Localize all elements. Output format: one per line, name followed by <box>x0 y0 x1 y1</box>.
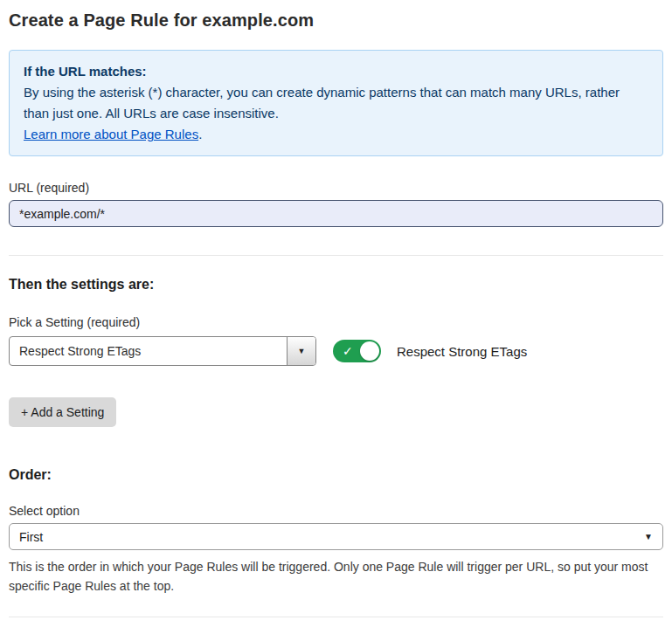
dropdown-arrow-icon: ▼ <box>298 347 306 355</box>
check-icon: ✓ <box>343 344 353 358</box>
order-select-label: Select option <box>9 504 663 518</box>
setting-select[interactable]: Respect Strong ETags ▼ <box>9 336 316 366</box>
url-field-label: URL (required) <box>9 181 663 195</box>
toggle-label: Respect Strong ETags <box>397 344 527 359</box>
order-help-text: This is the order in which your Page Rul… <box>9 557 660 596</box>
page-rule-form: Create a Page Rule for example.com If th… <box>0 0 672 627</box>
link-period: . <box>198 127 202 141</box>
setting-row: Respect Strong ETags ▼ ✓ Respect Strong … <box>9 336 663 366</box>
learn-more-link[interactable]: Learn more about Page Rules <box>24 127 198 141</box>
settings-section-heading: Then the settings are: <box>9 277 663 293</box>
setting-select-dropdown-button[interactable]: ▼ <box>287 337 315 365</box>
toggle-knob <box>360 341 379 361</box>
respect-strong-etags-toggle[interactable]: ✓ <box>333 340 381 362</box>
order-select[interactable]: First ▼ <box>9 523 663 550</box>
info-box-body: By using the asterisk (*) character, you… <box>24 82 648 124</box>
pick-setting-label: Pick a Setting (required) <box>9 315 663 329</box>
order-select-value: First <box>19 530 43 544</box>
url-input[interactable] <box>9 200 663 227</box>
url-match-info-box: If the URL matches: By using the asteris… <box>9 50 663 156</box>
add-setting-button[interactable]: + Add a Setting <box>9 397 116 427</box>
info-box-link-line: Learn more about Page Rules. <box>24 124 648 145</box>
order-section-heading: Order: <box>9 467 663 483</box>
chevron-down-icon: ▼ <box>644 532 653 541</box>
footer-divider <box>9 617 663 617</box>
setting-select-value: Respect Strong ETags <box>10 337 287 365</box>
info-box-heading: If the URL matches: <box>24 61 648 82</box>
page-title: Create a Page Rule for example.com <box>9 10 663 31</box>
section-divider <box>9 255 663 256</box>
